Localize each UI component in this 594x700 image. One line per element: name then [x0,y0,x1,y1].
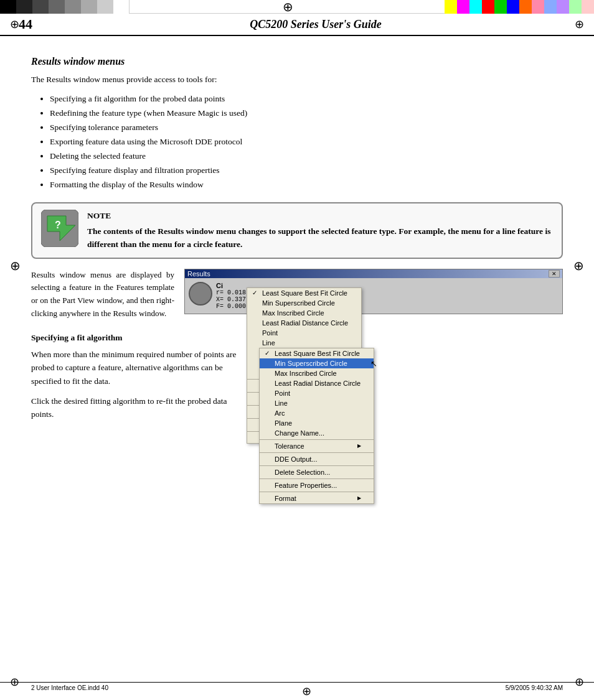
cursor-icon: ↖ [370,359,377,368]
menu-item-line[interactable]: Line [247,338,361,348]
menu2-item-arc[interactable]: Arc [260,408,374,418]
menu2-label-dde: DDE Output... [275,455,317,463]
section-title: Results window menus [31,56,563,67]
color-block-black [0,0,16,14]
menu2-item-delete[interactable]: Delete Selection... [260,467,374,477]
bullet-item-6: Specifying feature display and filtratio… [50,164,563,178]
menu2-label-delete: Delete Selection... [275,469,330,476]
bullet-item-1: Specifying a fit algorithm for the probe… [50,92,563,106]
left-reg-mark: ⊕ [10,17,19,31]
note-content: NOTE The contents of the Results window … [87,210,553,251]
bullet-item-7: Formatting the display of the Results wi… [50,178,563,192]
color-blue [507,0,519,14]
bullet-item-4: Exporting feature data using the Microso… [50,135,563,149]
menu2-divider-5 [260,492,374,492]
page-header: ⊕ 44 QC5200 Series User's Guide ⊕ [0,14,594,36]
menu-item-point[interactable]: Point [247,328,361,338]
menu2-label-feature-props: Feature Properties... [275,482,337,489]
context-menu-2: ✓ Least Square Best Fit Circle Min Super… [259,348,374,504]
page-number: 44 [19,16,56,32]
menu-label-least-square: Least Square Best Fit Circle [262,289,347,297]
color-block-gray4 [81,0,97,14]
color-block-lightgray [97,0,113,14]
results-left-values: r= 0.018 X= 0.337 F= 0.000 [216,289,246,310]
menu-item-min-super[interactable]: Min Superscribed Circle [247,298,361,308]
results-r: r= 0.018 [216,289,246,296]
footer-right: 5/9/2005 9:40:32 AM [506,684,563,698]
bullet-item-2: Redefining the feature type (when Measur… [50,106,563,121]
menu2-item-tolerance[interactable]: Tolerance ▶ [260,441,374,451]
note-title: NOTE [87,210,553,223]
menu2-label-plane: Plane [275,419,292,427]
results-titlebar: Results ✕ [185,269,562,278]
top-color-bar: ⊕ [0,0,594,14]
menu2-label-arc: Arc [275,409,285,417]
menu2-divider-2 [260,452,374,453]
menu-label-min-super: Min Superscribed Circle [262,299,335,307]
menu2-item-feature-props[interactable]: Feature Properties... [260,480,374,490]
color-block-gray3 [65,0,81,14]
two-column-section: Results window menus are displayed by se… [31,269,563,320]
svg-text:?: ? [55,220,61,230]
second-menu-area: ✓ Least Square Best Fit Circle Min Super… [259,348,563,504]
color-lightblue [544,0,557,14]
menu2-item-line[interactable]: Line [260,398,374,408]
menu2-item-least-square[interactable]: ✓ Least Square Best Fit Circle [260,348,374,358]
menu-label-least-radial: Least Radial Distance Circle [262,319,348,327]
menu-item-least-square[interactable]: ✓ Least Square Best Fit Circle [247,288,361,298]
menu2-item-change-name[interactable]: Change Name... [260,428,374,438]
note-text: The contents of the Results window menu … [87,225,553,251]
check-least-square: ✓ [252,289,261,296]
sub-section-text: When more than the minimum required numb… [31,348,249,427]
menu2-label-min-super: Min Superscribed Circle [275,360,347,367]
menu2-item-max-inscribed[interactable]: Max Inscribed Circle [260,368,374,378]
results-x: X= 0.337 [216,296,246,303]
results-f: F= 0.000 [216,303,246,310]
right-side-reg-mark: ⊕ [573,258,584,273]
tolerance2-arrow: ▶ [357,443,361,449]
menu2-divider-4 [260,478,374,479]
color-violet [557,0,569,14]
results-body: Ci r= 0.018 X= 0.337 F= 0.000 of 4 point… [185,278,562,314]
menu2-label-format: Format [275,495,296,502]
color-block-darkgray [16,0,32,14]
menu-item-least-radial[interactable]: Least Radial Distance Circle [247,318,361,328]
color-orange [519,0,532,14]
page-content: Results window menus The Results window … [0,36,594,516]
menu2-item-plane[interactable]: Plane [260,418,374,428]
compass-mark: ⊕ [131,0,445,13]
page-title: QC5200 Series User's Guide [56,18,575,31]
menu-label-line: Line [262,339,275,347]
menu2-item-least-radial[interactable]: Least Radial Distance Circle [260,378,374,388]
menu2-item-point[interactable]: Point [260,388,374,398]
color-block-gray1 [32,0,49,14]
footer-left: 2 User Interface OE.indd 40 [31,684,108,698]
color-yellow [445,0,457,14]
format2-arrow: ▶ [357,495,361,501]
color-pink [532,0,544,14]
menu2-label-point: Point [275,390,290,397]
menu2-item-dde[interactable]: DDE Output... [260,454,374,464]
results-close-button[interactable]: ✕ [549,270,560,278]
menu-label-max-inscribed: Max Inscribed Circle [262,309,324,317]
body-text-2: Click the desired fitting algorithm to r… [31,394,249,421]
note-icon: ? [41,210,78,247]
menu2-item-format[interactable]: Format ▶ [260,493,374,503]
menu2-item-min-super[interactable]: Min Superscribed Circle ↖ [260,358,374,368]
bullet-item-5: Deleting the selected feature [50,149,563,164]
color-lightgreen [569,0,582,14]
bottom-left-reg-mark: ⊕ [10,675,19,689]
color-block-gray2 [49,0,65,14]
sub-section: Specifying a fit algorithm When more tha… [31,333,563,504]
bottom-right-reg-mark: ⊕ [575,675,584,689]
results-title: Results [187,270,210,278]
menu-label-point: Point [262,329,278,337]
check2-least-square: ✓ [265,350,273,357]
menu2-label-least-square: Least Square Best Fit Circle [275,350,360,357]
color-block-white [113,0,130,14]
left-description: Results window menus are displayed by se… [31,269,174,320]
menu2-divider-1 [260,439,374,440]
left-side-reg-mark: ⊕ [10,258,21,273]
menu-item-max-inscribed[interactable]: Max Inscribed Circle [247,308,361,318]
bullet-list: Specifying a fit algorithm for the probe… [50,92,563,192]
